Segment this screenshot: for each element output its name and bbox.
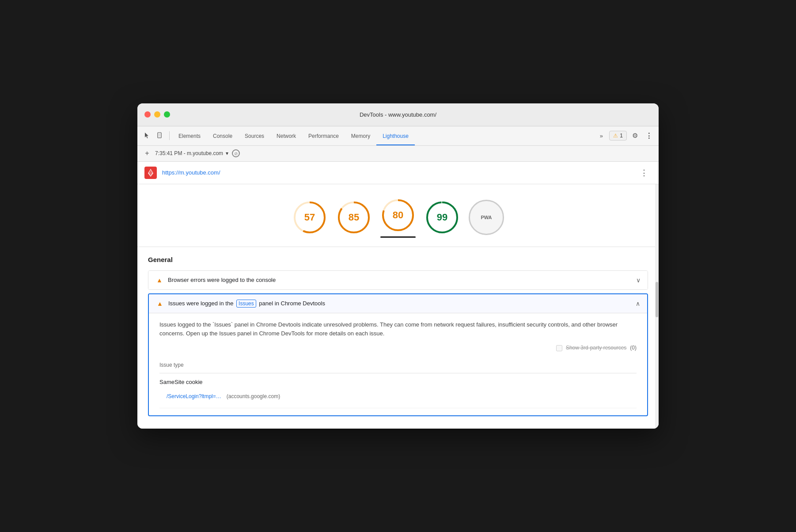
scrollbar-thumb[interactable] — [656, 282, 658, 317]
more-options-icon[interactable]: ⋮ — [643, 129, 655, 142]
warning-icon — [156, 300, 164, 308]
block-requests-icon[interactable]: ⊘ — [232, 149, 240, 157]
secondary-toolbar: + 7:35:41 PM - m.youtube.com ▾ ⊘ — [137, 146, 659, 162]
report-url[interactable]: https://m.youtube.com/ — [162, 169, 220, 176]
score-performance-wrapper: 57 — [292, 200, 327, 235]
third-party-checkbox-label: Show 3rd-party resources (0) — [556, 344, 637, 352]
score-performance[interactable]: 57 — [292, 200, 327, 235]
tab-console[interactable]: Console — [207, 128, 239, 145]
section-title: General — [148, 256, 648, 263]
report-more-button[interactable]: ⋮ — [637, 166, 652, 179]
score-seo-wrapper: 99 — [425, 200, 460, 235]
tab-memory[interactable]: Memory — [345, 128, 376, 145]
issue-domain: (accounts.google.com) — [227, 392, 280, 401]
timestamp-text: 7:35:41 PM - m.youtube.com — [155, 150, 223, 156]
url-display: 7:35:41 PM - m.youtube.com ▾ — [155, 150, 228, 156]
chevron-down-icon: ∨ — [636, 277, 641, 284]
checkbox-count: (0) — [630, 344, 637, 352]
performance-score: 57 — [304, 212, 315, 223]
window-controls — [144, 111, 170, 118]
dropdown-icon[interactable]: ▾ — [226, 150, 228, 156]
audit-browser-errors: Browser errors were logged to the consol… — [148, 270, 648, 290]
scrollbar[interactable] — [655, 184, 659, 429]
score-seo[interactable]: 99 — [425, 200, 460, 235]
score-pwa-wrapper: PWA — [469, 200, 504, 235]
active-indicator — [380, 236, 416, 238]
devtools-window: DevTools - www.youtube.com/ Elements Con… — [137, 103, 659, 429]
tab-network[interactable]: Network — [270, 128, 302, 145]
audit-issues-logged-body: Issues logged to the `Issues` panel in C… — [149, 313, 647, 416]
warning-icon — [155, 276, 163, 284]
maximize-button[interactable] — [164, 111, 170, 118]
devtools-toolbar: Elements Console Sources Network Perform… — [137, 126, 659, 146]
score-pwa[interactable]: PWA — [469, 200, 504, 235]
audit-title-after: panel in Chrome Devtools — [258, 300, 325, 307]
chevron-up-icon: ∧ — [636, 300, 640, 307]
audit-browser-errors-title: Browser errors were logged to the consol… — [168, 277, 632, 283]
pointer-icon[interactable] — [141, 129, 153, 142]
audit-title-before: Issues were logged in the — [168, 300, 235, 307]
accessibility-score: 85 — [349, 212, 359, 223]
tab-performance[interactable]: Performance — [302, 128, 345, 145]
window-title: DevTools - www.youtube.com/ — [360, 111, 436, 118]
tab-sources[interactable]: Sources — [239, 128, 270, 145]
warning-badge[interactable]: ⚠ 1 — [609, 131, 627, 141]
add-tab-button[interactable]: + — [143, 149, 152, 158]
titlebar: DevTools - www.youtube.com/ — [137, 103, 659, 126]
score-accessibility[interactable]: 85 — [336, 200, 371, 235]
toolbar-divider — [169, 131, 170, 140]
more-tabs-icon[interactable]: » — [595, 129, 607, 142]
minimize-button[interactable] — [154, 111, 160, 118]
svg-rect-2 — [159, 137, 160, 138]
toolbar-right: » ⚠ 1 ⚙ ⋮ — [595, 129, 655, 142]
issues-panel-link[interactable]: Issues — [236, 300, 256, 308]
audit-issues-logged: Issues were logged in the Issues panel i… — [148, 293, 648, 417]
issue-url-row: /ServiceLogin?ltmpl=… (accounts.google.c… — [159, 390, 637, 403]
report-header: https://m.youtube.com/ ⋮ — [137, 162, 659, 184]
warning-icon: ⚠ — [613, 133, 618, 139]
issue-url[interactable]: /ServiceLogin?ltmpl=… — [167, 392, 221, 401]
pwa-score: PWA — [481, 215, 492, 220]
audit-description: Issues logged to the `Issues` panel in C… — [159, 320, 637, 339]
audit-issues-logged-title: Issues were logged in the Issues panel i… — [168, 300, 631, 307]
warning-count: 1 — [620, 133, 623, 139]
issue-table: Issue type SameSite cookie /ServiceLogin… — [159, 357, 637, 408]
checkbox-text: Show 3rd-party resources — [566, 344, 626, 352]
score-best-practices-wrapper: 80 — [380, 198, 416, 238]
best-practices-score: 80 — [393, 209, 403, 221]
audit-browser-errors-header[interactable]: Browser errors were logged to the consol… — [148, 271, 648, 289]
settings-icon[interactable]: ⚙ — [629, 129, 641, 142]
device-toggle-icon[interactable] — [154, 129, 167, 142]
seo-score: 99 — [437, 212, 447, 223]
svg-rect-1 — [159, 133, 160, 137]
checkbox-row: Show 3rd-party resources (0) — [159, 344, 637, 352]
issue-table-header: Issue type — [159, 357, 637, 373]
audit-issues-logged-header[interactable]: Issues were logged in the Issues panel i… — [149, 294, 647, 313]
score-accessibility-wrapper: 85 — [336, 200, 371, 235]
close-button[interactable] — [144, 111, 151, 118]
main-content: 57 85 — [137, 184, 659, 429]
tab-elements[interactable]: Elements — [172, 128, 207, 145]
tab-lighthouse[interactable]: Lighthouse — [376, 128, 415, 145]
third-party-checkbox[interactable] — [556, 345, 562, 351]
general-section: General Browser errors were logged to th… — [137, 247, 659, 429]
score-best-practices[interactable]: 80 — [380, 198, 416, 233]
issue-type-label: SameSite cookie — [159, 378, 637, 387]
issue-type-row: SameSite cookie /ServiceLogin?ltmpl=… (a… — [159, 373, 637, 408]
lighthouse-icon — [144, 167, 157, 179]
tab-bar: Elements Console Sources Network Perform… — [172, 126, 594, 145]
scores-row: 57 85 — [137, 184, 659, 247]
